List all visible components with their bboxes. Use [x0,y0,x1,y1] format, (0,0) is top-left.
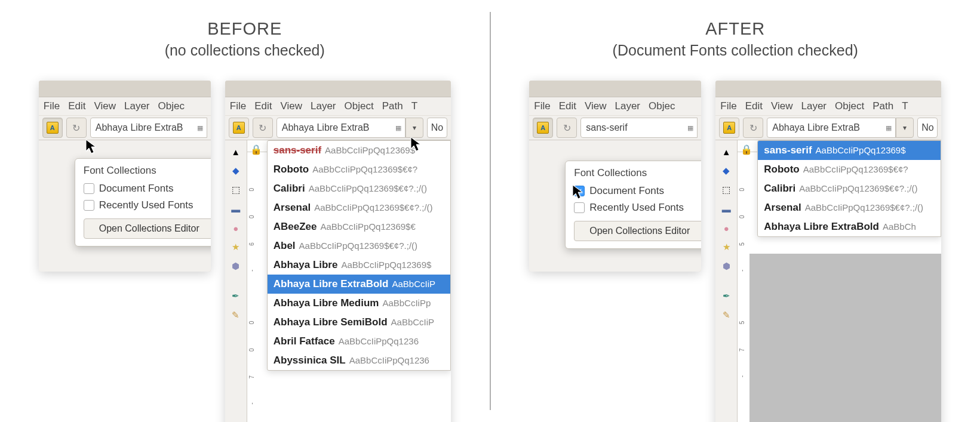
window-titlebar[interactable] [715,81,941,97]
pencil-tool-icon[interactable]: ✎ [718,307,734,323]
lock-icon[interactable]: 🔒 [250,143,263,156]
menu-file[interactable]: File [44,100,60,112]
menu-edit[interactable]: Edit [745,100,763,112]
font-collections-button[interactable]: A [229,118,249,138]
font-list-row[interactable]: Abhaya Libre ExtraBoldAaBbCcIiP [268,275,450,294]
font-sample: AaBbCcIiPpQq12369$ [816,145,906,155]
font-list-row[interactable]: sans-serifAaBbCcIiPpQq12369$ [268,141,450,160]
open-collections-editor-button[interactable]: Open Collections Editor [84,218,211,239]
menu-layer[interactable]: Layer [311,100,336,112]
font-list-row[interactable]: ArsenalAaBbCcIiPpQq12369$€¢?.;/() [268,198,450,217]
star-tool-icon[interactable]: ★ [718,239,734,255]
menu-file[interactable]: File [534,100,550,112]
node-tool-icon[interactable]: ◆ [228,163,244,178]
menu-path[interactable]: Path [873,100,893,112]
menu-object[interactable]: Objec [649,100,675,112]
menu-file[interactable]: File [230,100,246,112]
ruler-mark: -700 [248,297,255,405]
font-family-input[interactable]: sans-serif [580,118,698,138]
font-dropdown-button[interactable] [896,118,914,138]
refresh-button[interactable] [743,118,763,138]
3d-tool-icon[interactable]: ⬢ [228,258,244,274]
menu-view[interactable]: View [771,100,793,112]
star-tool-icon[interactable]: ★ [228,239,244,255]
checkbox-icon[interactable] [574,202,585,213]
shape-tool-icon[interactable]: ⬚ [718,182,734,198]
window-titlebar[interactable] [39,81,211,97]
menu-path[interactable]: Path [382,100,403,112]
rectangle-tool-icon[interactable]: ▬ [228,201,244,217]
font-list-row[interactable]: ABeeZeeAaBbCcIiPpQq12369$€ [268,217,450,236]
3d-tool-icon[interactable]: ⬢ [718,258,734,274]
menu-text[interactable]: T [902,100,908,112]
font-collections-button[interactable]: A [42,118,63,138]
pencil-tool-icon[interactable]: ✎ [228,307,244,323]
rectangle-tool-icon[interactable]: ▬ [718,201,734,217]
document-fonts-option[interactable]: Document Fonts [84,180,211,197]
selector-tool-icon[interactable]: ▲ [228,144,244,159]
selector-tool-icon[interactable]: ▲ [718,144,734,159]
separator [718,278,734,285]
refresh-button[interactable] [66,118,87,138]
font-family-input[interactable]: Abhaya Libre ExtraB [767,118,896,138]
menu-layer[interactable]: Layer [615,100,641,112]
open-collections-editor-button[interactable]: Open Collections Editor [574,221,701,241]
menu-edit[interactable]: Edit [559,100,576,112]
font-style-input[interactable]: No [427,118,447,138]
pen-tool-icon[interactable]: ✒ [718,288,734,304]
font-name: Roboto [274,164,309,175]
menu-layer[interactable]: Layer [124,100,150,112]
menu-object[interactable]: Object [835,100,864,112]
window-titlebar[interactable] [529,81,701,97]
menu-file[interactable]: File [720,100,736,112]
font-family-input[interactable]: Abhaya Libre ExtraB [277,118,405,138]
font-family-dropdown[interactable]: sans-serifAaBbCcIiPpQq12369$RobotoAaBbCc… [267,140,451,371]
menu-edit[interactable]: Edit [254,100,272,112]
font-list-row[interactable]: AbelAaBbCcIiPpQq12369$€¢?.;/() [268,236,450,255]
font-list-row[interactable]: sans-serifAaBbCcIiPpQq12369$ [758,141,941,160]
font-collections-button[interactable]: A [719,118,739,138]
menu-edit[interactable]: Edit [68,100,85,112]
font-list-row[interactable]: CalibriAaBbCcIiPpQq12369$€¢?.;/() [758,179,941,198]
font-name: Calibri [764,183,795,195]
font-dropdown-button[interactable] [405,118,423,138]
toolbox: ▲ ◆ ⬚ ▬ ● ★ ⬢ ✒ ✎ [715,140,737,422]
checkbox-icon[interactable] [84,200,94,211]
pen-tool-icon[interactable]: ✒ [228,288,244,304]
font-family-input[interactable]: Abhaya Libre ExtraB [90,118,207,138]
recently-used-fonts-option[interactable]: Recently Used Fonts [84,197,211,214]
font-list-row[interactable]: RobotoAaBbCcIiPpQq12369$€¢? [268,160,450,179]
shape-tool-icon[interactable]: ⬚ [228,182,244,198]
document-fonts-option[interactable]: Document Fonts [574,183,701,199]
menu-text[interactable]: T [411,100,417,112]
font-list-row[interactable]: ArsenalAaBbCcIiPpQq12369$€¢?.;/() [758,198,941,217]
refresh-button[interactable] [557,118,577,138]
font-list-row[interactable]: Abhaya LibreAaBbCcIiPpQq12369$ [268,255,450,275]
refresh-button[interactable] [253,118,273,138]
circle-tool-icon[interactable]: ● [228,220,244,236]
menu-view[interactable]: View [585,100,607,112]
font-collections-button[interactable]: A [533,118,553,138]
circle-tool-icon[interactable]: ● [718,220,734,236]
font-list-row[interactable]: RobotoAaBbCcIiPpQq12369$€¢? [758,160,941,179]
node-tool-icon[interactable]: ◆ [718,163,734,178]
menu-view[interactable]: View [280,100,302,112]
menu-object[interactable]: Objec [158,100,185,112]
font-list-row[interactable]: Abhaya Libre ExtraBoldAaBbCh [758,217,941,236]
lock-icon[interactable]: 🔒 [740,143,753,156]
font-list-row[interactable]: Abyssinica SILAaBbCcIiPpQq1236 [268,351,450,370]
font-list-row[interactable]: Abhaya Libre MediumAaBbCcIiPp [268,294,450,313]
menu-object[interactable]: Object [345,100,374,112]
checkbox-icon[interactable] [574,186,585,196]
window-titlebar[interactable] [225,81,451,97]
font-list-row[interactable]: CalibriAaBbCcIiPpQq12369$€¢?.;/() [268,179,450,198]
recently-used-fonts-option[interactable]: Recently Used Fonts [574,199,701,216]
font-list-row[interactable]: Abril FatfaceAaBbCcIiPpQq1236 [268,332,450,351]
font-name: Abhaya Libre SemiBold [274,316,388,328]
menu-view[interactable]: View [94,100,116,112]
menu-layer[interactable]: Layer [801,100,827,112]
font-family-dropdown[interactable]: sans-serifAaBbCcIiPpQq12369$RobotoAaBbCc… [757,140,941,237]
checkbox-icon[interactable] [84,183,94,194]
font-list-row[interactable]: Abhaya Libre SemiBoldAaBbCcIiP [268,313,450,332]
font-style-input[interactable]: No [917,118,938,138]
